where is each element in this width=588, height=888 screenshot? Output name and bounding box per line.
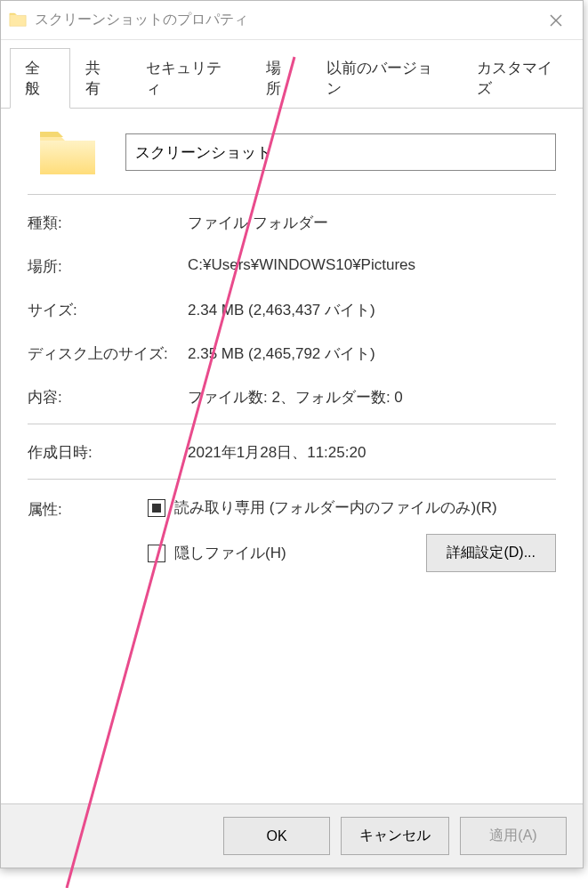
close-icon — [550, 14, 562, 27]
size-value: 2.34 MB (2,463,437 バイト) — [188, 300, 556, 320]
folder-name-input[interactable] — [125, 133, 556, 171]
button-bar: OK キャンセル 適用(A) — [1, 803, 583, 868]
created-value: 2021年1月28日、11:25:20 — [188, 442, 556, 463]
properties-dialog: スクリーンショットのプロパティ 全般 共有 セキュリティ 場所 以前のバージョン… — [0, 0, 584, 868]
hidden-checkbox[interactable] — [148, 545, 165, 562]
readonly-checkbox[interactable] — [148, 499, 165, 517]
disk-size-value: 2.35 MB (2,465,792 バイト) — [188, 343, 556, 364]
type-value: ファイル フォルダー — [188, 213, 556, 233]
disk-size-label: ディスク上のサイズ: — [28, 343, 188, 364]
attributes-label: 属性: — [28, 497, 148, 588]
titlebar: スクリーンショットのプロパティ — [1, 1, 583, 40]
location-label: 場所: — [28, 256, 188, 277]
tab-general[interactable]: 全般 — [10, 48, 70, 109]
location-value: C:¥Users¥WINDOWS10¥Pictures — [188, 256, 556, 277]
tab-bar: 全般 共有 セキュリティ 場所 以前のバージョン カスタマイズ — [1, 40, 583, 109]
type-label: 種類: — [28, 213, 188, 233]
folder-icon-large — [36, 126, 99, 178]
tab-sharing[interactable]: 共有 — [70, 48, 131, 109]
folder-icon — [8, 11, 28, 30]
contents-label: 内容: — [28, 387, 188, 408]
created-label: 作成日時: — [28, 442, 188, 463]
advanced-button[interactable]: 詳細設定(D)... — [426, 534, 556, 572]
contents-value: ファイル数: 2、フォルダー数: 0 — [188, 387, 556, 408]
cancel-button[interactable]: キャンセル — [341, 817, 449, 855]
tab-location[interactable]: 場所 — [251, 48, 311, 109]
apply-button[interactable]: 適用(A) — [460, 817, 567, 855]
hidden-label: 隠しファイル(H) — [174, 543, 286, 563]
info-section-created: 作成日時: 2021年1月28日、11:25:20 — [28, 442, 556, 480]
size-label: サイズ: — [28, 300, 188, 320]
header-row — [28, 126, 556, 195]
tab-security[interactable]: セキュリティ — [131, 48, 252, 109]
ok-button[interactable]: OK — [223, 817, 330, 855]
close-button[interactable] — [536, 1, 576, 40]
info-section-main: 種類: ファイル フォルダー 場所: C:¥Users¥WINDOWS10¥Pi… — [28, 213, 556, 424]
tab-content: 種類: ファイル フォルダー 場所: C:¥Users¥WINDOWS10¥Pi… — [1, 109, 583, 803]
tab-customize[interactable]: カスタマイズ — [462, 48, 583, 109]
tab-previous-versions[interactable]: 以前のバージョン — [311, 48, 462, 109]
attributes-section: 属性: 読み取り専用 (フォルダー内のファイルのみ)(R) 隠しファイル(H) … — [28, 497, 556, 588]
readonly-label: 読み取り専用 (フォルダー内のファイルのみ)(R) — [174, 497, 497, 518]
titlebar-title: スクリーンショットのプロパティ — [35, 11, 536, 29]
